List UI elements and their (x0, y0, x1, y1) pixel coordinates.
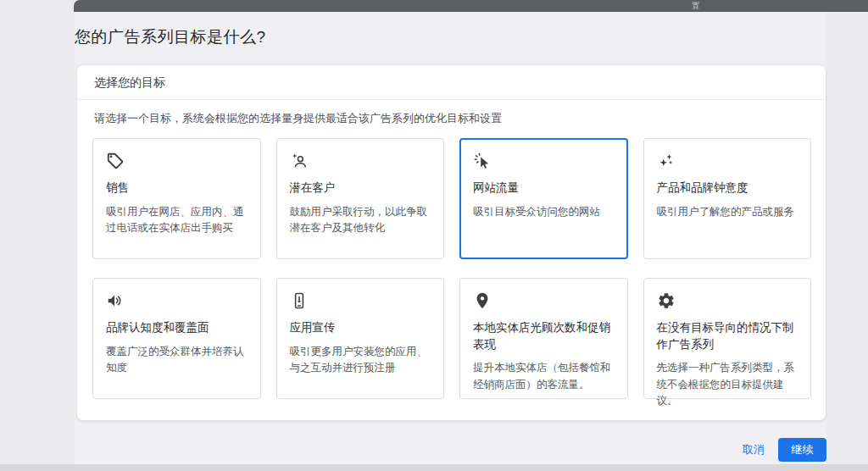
sell-tag-icon (106, 152, 125, 170)
leads-person-icon (290, 152, 309, 170)
goal-title: 在没有目标导向的情况下制作广告系列 (657, 319, 798, 352)
screen: 置 您的广告系列目标是什么? 选择您的目标 请选择一个目标，系统会根据您的选择量… (0, 0, 868, 471)
goal-description: 提升本地实体店（包括餐馆和经销商店面）的客流量。 (473, 360, 615, 393)
bottom-edge-strip (0, 464, 868, 471)
partial-top-toolbar: 置 (74, 0, 868, 12)
goal-card-app-promotion[interactable]: 应用宣传 吸引更多用户安装您的应用、与之互动并进行预注册 (276, 278, 445, 399)
goal-title: 本地实体店光顾次数和促销表现 (473, 319, 615, 352)
goal-card-sales[interactable]: 销售 吸引用户在网店、应用内、通过电话或在实体店出手购买 (92, 138, 261, 259)
goal-description: 覆盖广泛的受众群体并培养认知度 (106, 344, 248, 377)
goal-card-local-store-visits[interactable]: 本地实体店光顾次数和促销表现 提升本地实体店（包括餐馆和经销商店面）的客流量。 (459, 278, 628, 399)
goal-description: 吸引目标受众访问您的网站 (473, 204, 615, 220)
goal-title: 销售 (106, 180, 248, 197)
page-title: 您的广告系列目标是什么? (75, 26, 266, 48)
goal-title: 潜在客户 (290, 180, 431, 197)
footer-actions: 取消 继续 (0, 437, 826, 463)
card-header: 选择您的目标 (77, 65, 826, 100)
app-phone-icon (290, 291, 309, 310)
goal-card-brand-awareness-reach[interactable]: 品牌认知度和覆盖面 覆盖广泛的受众群体并培养认知度 (92, 278, 261, 399)
goal-grid: 销售 吸引用户在网店、应用内、通过电话或在实体店出手购买 潜在客户 鼓励用户采取… (92, 138, 811, 399)
toolbar-partial-text: 置 (692, 1, 700, 11)
website-traffic-cursor-icon (473, 152, 492, 170)
cancel-button[interactable]: 取消 (743, 442, 765, 457)
goal-title: 产品和品牌钟意度 (657, 180, 798, 197)
goal-title: 应用宣传 (290, 319, 431, 336)
goal-card-website-traffic[interactable]: 网站流量 吸引目标受众访问您的网站 (459, 138, 628, 259)
location-pin-icon (473, 291, 492, 310)
gear-icon (657, 291, 676, 310)
goal-description: 吸引用户在网店、应用内、通过电话或在实体店出手购买 (106, 204, 248, 237)
continue-button[interactable]: 继续 (778, 438, 826, 462)
goal-selection-card: 选择您的目标 请选择一个目标，系统会根据您的选择量身提供最适合该广告系列的优化目… (76, 64, 826, 421)
goal-description: 吸引用户了解您的产品或服务 (657, 204, 798, 220)
instruction-text: 请选择一个目标，系统会根据您的选择量身提供最适合该广告系列的优化目标和设置 (94, 111, 809, 126)
goal-description: 吸引更多用户安装您的应用、与之互动并进行预注册 (290, 344, 431, 377)
sparkles-icon (657, 152, 676, 170)
goal-title: 品牌认知度和覆盖面 (106, 319, 248, 336)
goal-card-leads[interactable]: 潜在客户 鼓励用户采取行动，以此争取潜在客户及其他转化 (276, 138, 445, 259)
goal-description: 鼓励用户采取行动，以此争取潜在客户及其他转化 (290, 204, 431, 237)
goal-description: 先选择一种广告系列类型，系统不会根据您的目标提供建议。 (657, 360, 798, 409)
goal-title: 网站流量 (473, 180, 615, 197)
goal-card-product-brand-consideration[interactable]: 产品和品牌钟意度 吸引用户了解您的产品或服务 (643, 138, 812, 259)
goal-card-no-goal-guidance[interactable]: 在没有目标导向的情况下制作广告系列 先选择一种广告系列类型，系统不会根据您的目标… (643, 278, 812, 399)
speaker-icon (106, 291, 125, 310)
